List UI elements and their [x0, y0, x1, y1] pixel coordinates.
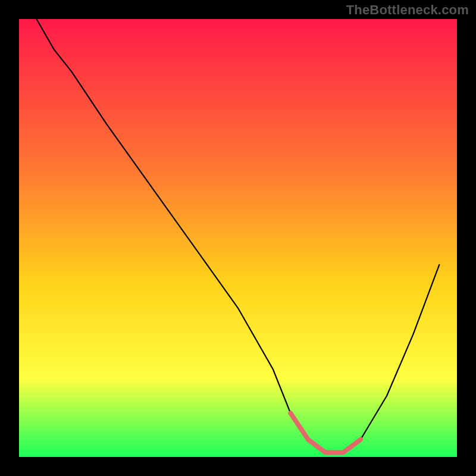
watermark-text: TheBottleneck.com — [346, 2, 469, 18]
bottleneck-chart — [0, 0, 476, 476]
chart-frame: { "watermark": "TheBottleneck.com", "col… — [0, 0, 476, 476]
plot-area — [19, 19, 457, 457]
